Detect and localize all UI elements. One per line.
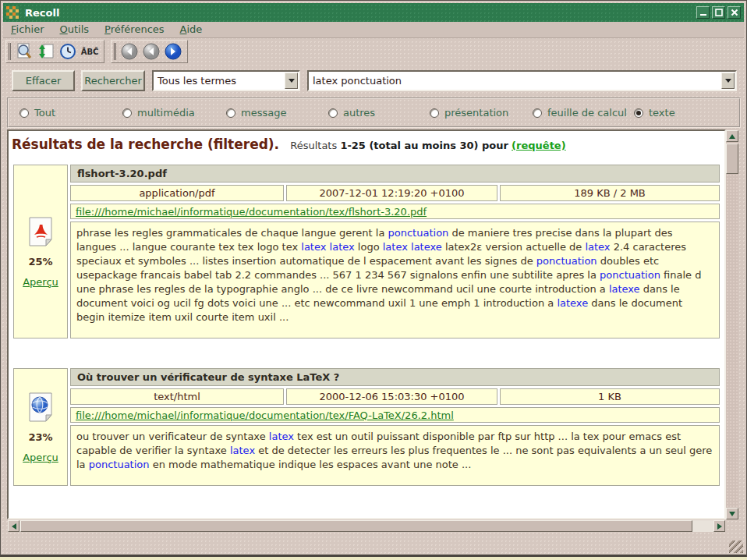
query-link[interactable]: (requête) — [512, 140, 566, 151]
result-size: 1 KB — [500, 388, 720, 405]
scroll-down-button[interactable] — [726, 508, 738, 519]
toolbar-group-pages — [111, 40, 188, 63]
document-magnifier-icon — [15, 42, 34, 61]
close-icon — [731, 9, 738, 16]
next-page-icon — [164, 42, 182, 61]
horizontal-scrollbar-thumb[interactable] — [20, 520, 692, 532]
chevron-down-icon — [289, 79, 295, 83]
abc-spell-icon: ÂBĈ — [81, 48, 99, 56]
menubar: Fichier Outils Préférences Aide — [3, 22, 744, 38]
results-horizontal-scrollbar[interactable] — [8, 520, 725, 532]
first-page-button[interactable] — [119, 41, 140, 62]
menu-fichier[interactable]: Fichier — [3, 22, 52, 37]
arrow-down-icon — [729, 512, 735, 516]
toolbar-handle[interactable] — [8, 43, 11, 60]
radio-message[interactable] — [226, 108, 235, 118]
titlebar[interactable]: Recoll — [3, 3, 744, 22]
menu-outils[interactable]: Outils — [52, 22, 97, 37]
result-snippet: phrase les regles grammaticales de chaqu… — [70, 222, 720, 338]
preview-link[interactable]: Aperçu — [23, 452, 58, 463]
filter-tout[interactable]: Tout — [19, 107, 55, 119]
result-url-link[interactable]: file:///home/michael/informatique/docume… — [76, 206, 427, 218]
result-mime: text/html — [70, 388, 284, 405]
vertical-scrollbar-thumb[interactable] — [726, 144, 738, 174]
results-header: Résultats de la recherche (filtered). Ré… — [9, 131, 724, 152]
results-vertical-scrollbar[interactable] — [726, 130, 738, 519]
html-file-icon — [27, 392, 54, 423]
result-url-link[interactable]: file:///home/michael/informatique/docume… — [76, 409, 454, 421]
result-date: 2007-12-01 12:19:20 +0100 — [286, 185, 497, 201]
arrow-left-icon — [12, 523, 16, 530]
toolbar-group-tools: ÂBĈ — [5, 40, 104, 63]
result-date: 2000-12-06 15:03:30 +0100 — [286, 388, 497, 405]
radio-presentation[interactable] — [430, 108, 439, 118]
search-mode-value: Tous les termes — [154, 75, 285, 87]
arrow-up-icon — [729, 134, 735, 139]
scroll-left-button[interactable] — [8, 520, 19, 532]
menu-preferences[interactable]: Préférences — [97, 22, 172, 37]
relevance-percent: 23% — [28, 431, 52, 443]
filter-presentation[interactable]: présentation — [430, 107, 508, 119]
window-resize-grip[interactable] — [729, 541, 743, 553]
arrow-right-icon — [717, 523, 722, 530]
search-button[interactable]: Rechercher — [81, 70, 145, 91]
radio-tout[interactable] — [19, 108, 29, 118]
toolbar-handle[interactable] — [113, 43, 116, 60]
minimize-button[interactable] — [696, 6, 710, 19]
category-filter-frame: Tout multimédia message autres présentat… — [7, 97, 741, 128]
result-row-2: 23% Aperçu Où trouver un vérificateur de… — [13, 368, 720, 486]
document-history-button[interactable] — [57, 41, 79, 62]
menu-aide[interactable]: Aide — [172, 22, 211, 37]
scroll-right-button[interactable] — [713, 520, 725, 532]
result-mime: application/pdf — [70, 185, 284, 201]
maximize-icon — [715, 9, 723, 16]
results-title: Résultats de la recherche (filtered). — [12, 136, 279, 152]
recoll-window: Recoll Fichier Outils Préférences Aide — [0, 0, 747, 557]
results-label: Résultats — [290, 140, 337, 151]
result-1-side-panel: 25% Aperçu — [13, 165, 68, 338]
result-snippet: ou trouver un verificateur de syntaxe la… — [70, 425, 720, 486]
sort-parameters-button[interactable] — [35, 41, 57, 62]
result-2-side-panel: 23% Aperçu — [13, 368, 68, 486]
radio-feuille-de-calcul[interactable] — [533, 108, 542, 118]
result-size: 189 KB / 2 MB — [500, 185, 720, 201]
search-mode-select[interactable]: Tous les termes — [152, 70, 300, 91]
toolbar: ÂBĈ — [5, 40, 188, 63]
first-page-icon — [120, 42, 139, 61]
maximize-button[interactable] — [712, 6, 725, 19]
search-query-dropdown-button[interactable] — [721, 73, 735, 89]
document-sort-icon — [37, 42, 55, 61]
previous-page-button[interactable] — [140, 41, 162, 62]
chevron-down-icon — [725, 79, 731, 83]
recoll-app-icon — [6, 6, 19, 19]
minimize-icon — [699, 9, 707, 16]
scroll-up-button[interactable] — [726, 130, 738, 142]
pdf-file-icon — [27, 216, 54, 247]
previous-page-icon — [142, 42, 161, 61]
advanced-search-button[interactable] — [13, 41, 35, 62]
close-button[interactable] — [728, 6, 741, 19]
window-title: Recoll — [25, 7, 59, 19]
result-row-1: 25% Aperçu flshort-3.20.pdf application/… — [13, 165, 720, 338]
filter-autres[interactable]: autres — [328, 107, 375, 119]
search-query-input[interactable] — [309, 75, 721, 87]
search-query-combo[interactable] — [307, 70, 737, 91]
filter-message[interactable]: message — [226, 107, 286, 119]
radio-autres[interactable] — [328, 108, 338, 118]
result-title: Où trouver un vérificateur de syntaxe La… — [70, 368, 720, 386]
result-title: flshort-3.20.pdf — [70, 165, 720, 183]
radio-texte[interactable] — [634, 108, 643, 118]
preview-link[interactable]: Aperçu — [23, 276, 58, 288]
filter-multimedia[interactable]: multimédia — [122, 107, 195, 119]
next-page-button[interactable] — [162, 41, 184, 62]
results-range: 1-25 (total au moins 30) pour — [340, 140, 508, 151]
relevance-percent: 25% — [28, 256, 52, 268]
search-mode-dropdown-button[interactable] — [285, 73, 298, 89]
clock-icon — [58, 42, 77, 61]
clear-button[interactable]: Effacer — [12, 70, 75, 91]
filter-texte[interactable]: texte — [634, 107, 675, 119]
term-explorer-button[interactable]: ÂBĈ — [79, 41, 101, 62]
filter-feuille-de-calcul[interactable]: feuille de calcul — [533, 107, 627, 119]
radio-multimedia[interactable] — [122, 108, 132, 118]
results-list[interactable]: Résultats de la recherche (filtered). Ré… — [7, 129, 726, 519]
